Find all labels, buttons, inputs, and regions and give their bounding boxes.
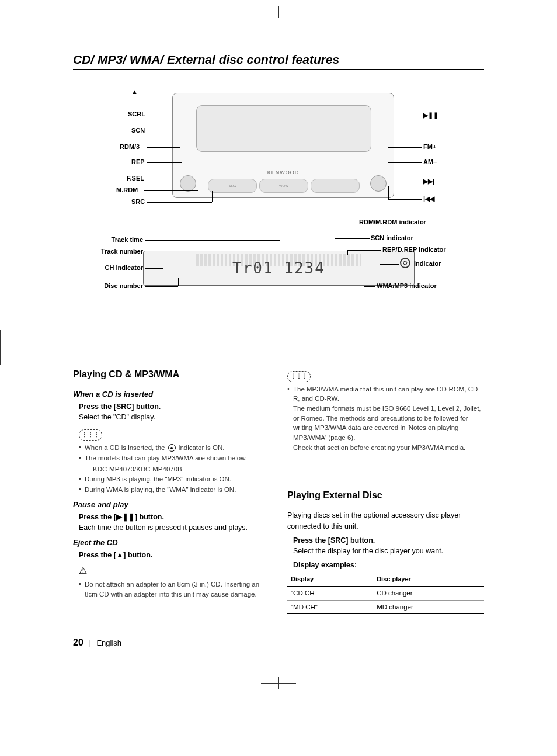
label-next: ▶▶| (423, 178, 434, 185)
left-column: Playing CD & MP3/WMA When a CD is insert… (73, 367, 270, 614)
label-rdm3: RDM/3 (120, 143, 140, 150)
label-playpause: ▶❚❚ (423, 112, 438, 119)
step-press-eject: Press the [▲] button. (79, 550, 270, 560)
heading-playing-cd: Playing CD & MP3/WMA (73, 367, 270, 383)
page-footer: 20 | English (73, 637, 484, 648)
label-prev: |◀◀ (423, 195, 434, 203)
bullet-item: When a CD is inserted, the indicator is … (79, 443, 270, 453)
label-rep: REP (131, 158, 145, 165)
sub-eject: Eject the CD (73, 537, 270, 549)
page-language: English (96, 639, 121, 647)
brand-label: KENWOOD (267, 169, 300, 175)
label-disc-ind: indicator (414, 260, 441, 267)
note-icon: ⋮⋮⋮ (287, 371, 311, 382)
insert-bullets-2: During MP3 is playing, the "MP3" indicat… (79, 474, 270, 495)
disc-icon (400, 258, 410, 268)
table-row: "CD CH" CD changer (287, 586, 484, 600)
label-rdm-mrdm: RDM/M.RDM indicator (359, 219, 426, 226)
insert-bullets: When a CD is inserted, the indicator is … (79, 443, 270, 463)
label-track-number: Track number (93, 248, 143, 255)
warning-icon: ⚠ (79, 564, 87, 577)
display-examples-label: Display examples: (293, 560, 484, 570)
label-rep-drep: REP/D.REP indicator (382, 246, 446, 253)
bullet-item: During WMA is playing, the "WMA" indicat… (79, 485, 270, 495)
sub-when-inserted: When a CD is inserted (73, 389, 270, 400)
step-external-src: Press the [SRC] button. (293, 535, 484, 546)
lcd-screen (196, 105, 371, 152)
lcd-text: Tr01 1234 (232, 259, 325, 277)
heading-external-disc: Playing External Disc (287, 488, 484, 504)
button-row: SRC WOW (208, 179, 360, 193)
body-select-cd: Select the "CD" display. (79, 412, 270, 422)
external-intro: Playing discs set in the optional access… (287, 510, 484, 531)
label-src: SRC (131, 198, 145, 205)
note-icon: ⋮⋮⋮ (79, 429, 102, 441)
label-eject: ▲ (131, 88, 138, 95)
src-pill: SRC (208, 179, 257, 193)
left-knob (180, 175, 196, 192)
body-pause: Each time the button is pressed it pause… (79, 522, 270, 533)
sub-pause-play: Pause and play (73, 500, 270, 511)
label-ch-indicator: CH indicator (99, 264, 143, 271)
label-fmplus: FM+ (423, 143, 436, 150)
label-scn-ind: SCN indicator (371, 234, 413, 241)
label-mrdm: M.RDM (116, 186, 138, 193)
label-wma-mp3: WMA/MP3 indicator (377, 282, 437, 289)
bullet-item: The MP3/WMA media that this unit can pla… (287, 384, 484, 453)
table-row: "MD CH" MD changer (287, 600, 484, 614)
bullet-item: Do not attach an adapter to an 8cm (3 in… (79, 580, 270, 599)
bullet-item: The models that can play MP3/WMA are sho… (79, 453, 270, 463)
label-scn: SCN (131, 127, 145, 134)
step-press-src: Press the [SRC] button. (79, 401, 270, 412)
right-notes: The MP3/WMA media that this unit can pla… (287, 384, 484, 453)
eject-bullets: Do not attach an adapter to an 8cm (3 in… (79, 580, 270, 599)
faceplate-diagram: KENWOOD SRC WOW ▲ SCRL SCN RDM/3 REP F.S… (73, 87, 484, 338)
th-display: Display (287, 573, 373, 587)
body-external: Select the display for the disc player y… (293, 546, 484, 556)
label-track-time: Track time (102, 236, 143, 243)
models-line: KDC-MP4070/KDC-MP4070B (93, 464, 270, 474)
page-number: 20 (73, 637, 83, 647)
display-examples-table: Display Disc player "CD CH" CD changer "… (287, 573, 484, 614)
lcd-display-panel: Tr01 1234 (143, 251, 415, 286)
right-knob (370, 175, 387, 192)
label-scrl: SCRL (128, 110, 145, 117)
label-disc-number: Disc number (98, 282, 143, 289)
label-fsel: F.SEL (127, 175, 144, 182)
right-column: ⋮⋮⋮ The MP3/WMA media that this unit can… (287, 367, 484, 614)
bullet-item: During MP3 is playing, the "MP3" indicat… (79, 474, 270, 484)
disc-inline-icon (168, 444, 176, 452)
faceplate: KENWOOD SRC WOW (172, 93, 394, 198)
step-press-playpause: Press the [▶❚❚] button. (79, 512, 270, 522)
th-disc-player: Disc player (373, 573, 484, 587)
wow-pill: WOW (259, 179, 308, 193)
page-title: CD/ MP3/ WMA/ External disc control feat… (73, 53, 484, 70)
label-amminus: AM– (423, 158, 437, 165)
